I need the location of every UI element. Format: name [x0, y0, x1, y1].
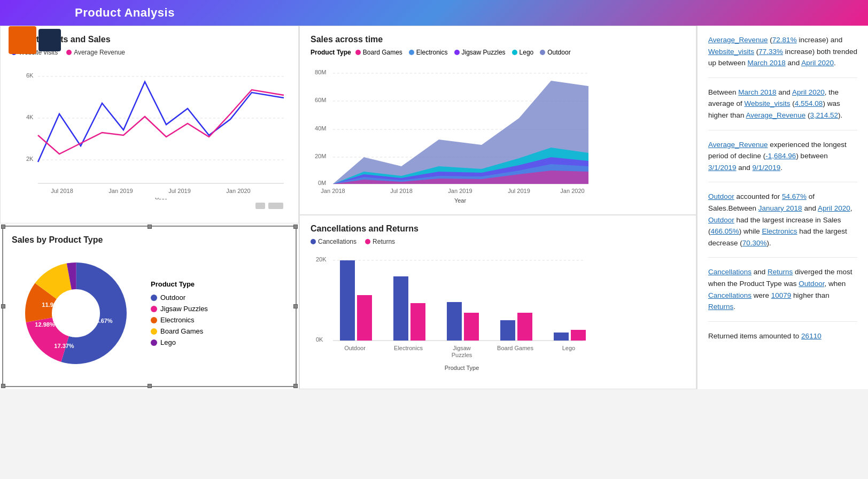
link-jan-2018[interactable]: January 2018	[758, 204, 802, 212]
scroll-right[interactable]	[268, 203, 283, 209]
svg-text:0M: 0M	[318, 180, 326, 186]
link-outdoor-3[interactable]: Outdoor	[799, 280, 824, 288]
resize-bm[interactable]	[148, 384, 152, 388]
insights-panel: Average_Revenue (72.81% increase) and We…	[697, 26, 868, 389]
cancellations-legend: Cancellations Returns	[311, 238, 685, 245]
dot-lego-time	[512, 50, 517, 55]
link-9-2019[interactable]: 9/1/2019	[753, 164, 781, 172]
svg-text:Jan 2020: Jan 2020	[226, 188, 250, 194]
link-april-2020-1[interactable]: April 2020	[801, 59, 834, 67]
link-web-visits-2[interactable]: Website_visits	[745, 99, 790, 107]
svg-text:Electronics: Electronics	[394, 345, 423, 351]
legend-lego: Lego	[151, 338, 208, 346]
link-4554[interactable]: 4,554.08	[795, 99, 823, 107]
link-466[interactable]: 466.05%	[711, 227, 739, 235]
resize-ml[interactable]	[1, 304, 5, 308]
insight-1: Average_Revenue (72.81% increase) and We…	[708, 34, 857, 78]
svg-text:Jan 2019: Jan 2019	[108, 188, 133, 194]
resize-bl[interactable]	[1, 384, 5, 388]
link-cancellations-2[interactable]: Cancellations	[708, 291, 751, 299]
link-april-2020-3[interactable]: April 2020	[818, 204, 850, 212]
dot-cancellations	[311, 239, 316, 244]
resize-br[interactable]	[293, 384, 298, 388]
svg-text:54.67%: 54.67%	[92, 318, 113, 324]
svg-text:Jan 2020: Jan 2020	[560, 188, 584, 194]
label-board-games-time: Board Games	[363, 49, 402, 56]
svg-text:Product Type: Product Type	[445, 365, 479, 371]
svg-text:Puzzles: Puzzles	[452, 352, 472, 358]
legend-label-revenue: Average Revenue	[74, 49, 125, 56]
logo-area	[0, 0, 69, 64]
svg-text:Jul 2018: Jul 2018	[51, 188, 73, 194]
link-26110[interactable]: 26110	[801, 332, 821, 340]
svg-text:Lego: Lego	[562, 345, 575, 351]
legend-color-board-games	[151, 328, 157, 335]
svg-text:Jul 2018: Jul 2018	[390, 188, 413, 194]
dot-electronics-time	[409, 50, 414, 55]
link-april-2020-2[interactable]: April 2020	[792, 88, 825, 96]
link-decline[interactable]: -1,684.96	[765, 152, 796, 160]
sales-time-chart: 80M 60M 40M 20M 0M	[311, 59, 594, 204]
legend-color-outdoor	[151, 295, 157, 301]
link-3214[interactable]: 3,214.52	[810, 111, 838, 119]
link-10079[interactable]: 10079	[771, 291, 792, 299]
resize-tl[interactable]	[1, 225, 5, 229]
svg-text:80M: 80M	[315, 69, 326, 75]
link-returns-2[interactable]: Returns	[708, 303, 733, 311]
resize-tr[interactable]	[293, 225, 298, 229]
bar-lego-return	[571, 330, 586, 341]
sales-by-product-title: Sales by Product Type	[12, 235, 287, 245]
link-5467[interactable]: 54.67%	[782, 192, 807, 200]
link-electronics-1[interactable]: Electronics	[762, 227, 797, 235]
svg-text:Outdoor: Outdoor	[344, 345, 366, 351]
donut-chart: 54.67% 17.37% 12.98% 11.96%	[12, 249, 140, 377]
bar-jigsaw-return	[464, 313, 479, 341]
dot-board-games	[355, 50, 361, 55]
legend-label-board-games: Board Games	[160, 327, 203, 335]
legend-returns: Returns	[365, 238, 395, 245]
cancellations-chart: 20K 0K	[311, 250, 594, 378]
link-outdoor-2[interactable]: Outdoor	[708, 216, 734, 224]
svg-text:17.37%: 17.37%	[54, 343, 74, 349]
svg-text:Board Games: Board Games	[497, 345, 533, 351]
link-avg-rev-3[interactable]: Average_Revenue	[708, 141, 768, 149]
link-returns-1[interactable]: Returns	[768, 268, 793, 276]
link-outdoor-1[interactable]: Outdoor	[708, 192, 734, 200]
dot-jigsaw-time	[454, 50, 460, 55]
link-77[interactable]: 77.33%	[758, 48, 783, 56]
svg-text:Jigsaw: Jigsaw	[453, 345, 471, 351]
link-7030[interactable]: 70.30%	[742, 239, 767, 247]
bar-outdoor-cancel	[340, 260, 355, 341]
legend-jigsaw: Jigsaw Puzzles	[151, 305, 208, 313]
link-cancellations-1[interactable]: Cancellations	[708, 268, 751, 276]
legend-color-electronics	[151, 317, 157, 323]
link-72[interactable]: 72.81%	[772, 36, 797, 44]
link-march-2018-1[interactable]: March 2018	[748, 59, 786, 67]
donut-legend: Product Type Outdoor Jigsaw Puzzles Elec…	[151, 280, 208, 346]
svg-point-17	[52, 290, 99, 337]
label-lego-time: Lego	[520, 49, 534, 56]
dot-returns	[365, 239, 370, 244]
svg-text:Jan 2019: Jan 2019	[448, 188, 472, 194]
insight-6: Returned items amounted to 26110	[708, 330, 857, 351]
donut-legend-title: Product Type	[151, 280, 208, 288]
logo-orange	[9, 26, 36, 54]
resize-mr[interactable]	[293, 304, 298, 308]
link-march-2018-2[interactable]: March 2018	[738, 88, 776, 96]
resize-tm[interactable]	[148, 225, 152, 229]
svg-text:20M: 20M	[315, 153, 326, 159]
link-web-visits-1[interactable]: Website_visits	[708, 48, 754, 56]
link-avg-rev-1[interactable]: Average_Revenue	[708, 36, 768, 44]
label-outdoor-time: Outdoor	[547, 49, 570, 56]
link-3-2019[interactable]: 3/1/2019	[708, 164, 737, 172]
legend-label-electronics: Electronics	[160, 316, 195, 324]
svg-text:6K: 6K	[26, 72, 34, 79]
logo-dark	[38, 29, 61, 51]
link-avg-rev-2[interactable]: Average_Revenue	[746, 111, 806, 119]
bar-jigsaw-cancel	[447, 302, 462, 341]
scroll-left[interactable]	[255, 203, 265, 209]
svg-text:Year: Year	[155, 197, 167, 199]
sales-by-product-panel: Sales by Product Type	[2, 226, 297, 387]
svg-text:2K: 2K	[26, 156, 34, 162]
label-returns: Returns	[373, 238, 395, 245]
